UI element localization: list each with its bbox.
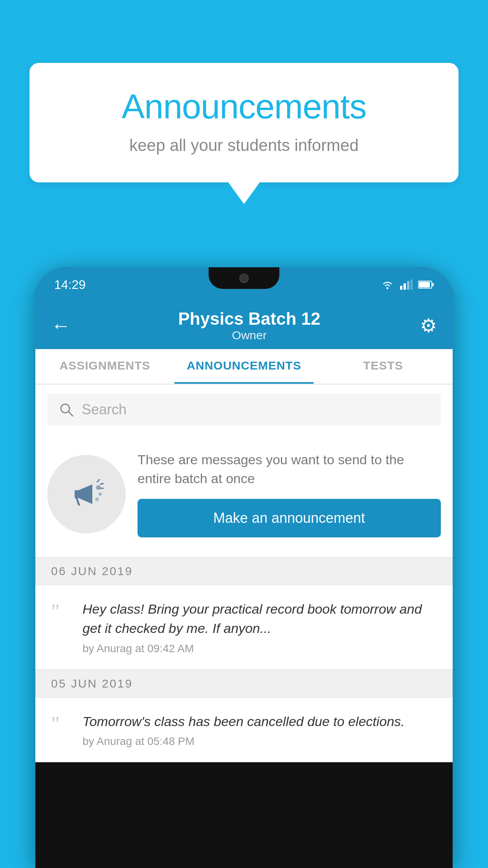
- message-text-1: Hey class! Bring your practical record b…: [83, 600, 437, 638]
- svg-point-12: [99, 493, 102, 496]
- announcement-description: These are messages you want to send to t…: [138, 451, 441, 488]
- tab-announcements[interactable]: ANNOUNCEMENTS: [174, 349, 314, 384]
- signal-icon: [400, 280, 413, 290]
- date-separator-1: 06 JUN 2019: [35, 557, 453, 585]
- svg-line-9: [68, 412, 73, 416]
- date-separator-2: 05 JUN 2019: [35, 669, 453, 698]
- message-content-2: Tomorrow's class has been cancelled due …: [83, 712, 437, 748]
- svg-rect-1: [400, 286, 402, 290]
- speech-bubble-tail: [228, 182, 260, 204]
- announcement-right: These are messages you want to send to t…: [138, 451, 441, 537]
- message-meta-1: by Anurag at 09:42 AM: [83, 642, 437, 655]
- svg-rect-6: [432, 283, 434, 286]
- tab-tests[interactable]: TESTS: [314, 349, 453, 384]
- announcement-icon-circle: [47, 455, 126, 533]
- settings-button[interactable]: ⚙: [420, 314, 437, 337]
- tab-assignments[interactable]: ASSIGNMENTS: [35, 349, 174, 384]
- status-time: 14:29: [54, 278, 86, 292]
- camera-dot: [239, 274, 249, 283]
- make-announcement-button[interactable]: Make an announcement: [138, 499, 441, 537]
- quote-icon-1: ": [51, 601, 71, 622]
- quote-icon-2: ": [51, 714, 71, 735]
- search-bar-wrap: Search: [35, 384, 453, 435]
- speech-bubble-subtitle: keep all your students informed: [61, 136, 427, 155]
- wifi-icon: [380, 280, 394, 290]
- tab-bar: ASSIGNMENTS ANNOUNCEMENTS TESTS: [35, 349, 453, 384]
- app-bar-subtitle: Owner: [79, 329, 420, 342]
- search-bar[interactable]: Search: [47, 394, 441, 425]
- search-icon: [59, 402, 74, 417]
- svg-rect-10: [75, 490, 79, 498]
- speech-bubble-section: Announcements keep all your students inf…: [29, 63, 459, 204]
- app-bar-title-wrap: Physics Batch 12 Owner: [79, 309, 420, 342]
- svg-point-0: [387, 287, 389, 289]
- back-button[interactable]: ←: [51, 316, 71, 335]
- notch: [209, 267, 279, 289]
- announcement-empty-state: These are messages you want to send to t…: [35, 435, 453, 557]
- svg-rect-3: [407, 281, 409, 290]
- message-content-1: Hey class! Bring your practical record b…: [83, 600, 437, 655]
- search-placeholder: Search: [82, 401, 127, 418]
- phone-frame: 14:29: [35, 267, 453, 868]
- message-text-2: Tomorrow's class has been cancelled due …: [83, 712, 437, 731]
- message-meta-2: by Anurag at 05:48 PM: [83, 735, 437, 748]
- status-icons: [380, 280, 434, 290]
- svg-point-13: [95, 497, 99, 501]
- battery-icon: [418, 280, 434, 289]
- status-bar: 14:29: [35, 267, 453, 302]
- message-item-1[interactable]: " Hey class! Bring your practical record…: [35, 585, 453, 669]
- svg-rect-7: [419, 282, 430, 287]
- svg-rect-2: [404, 283, 406, 290]
- app-bar: ← Physics Batch 12 Owner ⚙: [35, 302, 453, 349]
- speech-bubble-title: Announcements: [61, 86, 427, 127]
- speech-bubble-card: Announcements keep all your students inf…: [29, 63, 459, 182]
- svg-line-14: [97, 480, 99, 482]
- megaphone-icon: [65, 473, 108, 516]
- svg-line-15: [100, 484, 103, 484]
- svg-point-11: [96, 485, 101, 490]
- phone-content: Search Thes: [35, 384, 453, 762]
- message-item-2[interactable]: " Tomorrow's class has been cancelled du…: [35, 698, 453, 762]
- app-bar-title: Physics Batch 12: [79, 309, 420, 329]
- svg-rect-4: [411, 280, 413, 290]
